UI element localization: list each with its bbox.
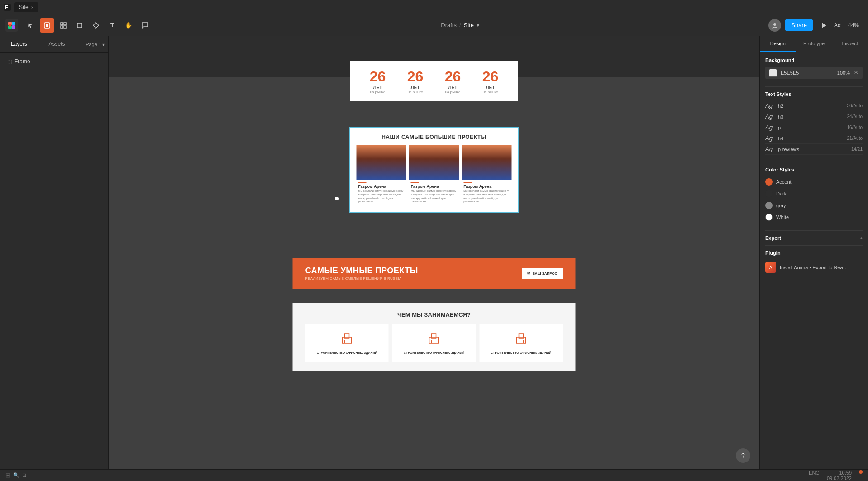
plugin-remove-icon[interactable]: — [856, 264, 863, 271]
svg-text:F: F [5, 5, 8, 10]
service-name-1: СТРОИТЕЛЬСТВО ОФИСНЫХ ЗДАНИЙ [313, 351, 382, 355]
tab-design[interactable]: Design [760, 36, 796, 52]
shape-tool-button[interactable] [72, 18, 87, 33]
style-ag-icon-h2: Ag [765, 102, 774, 109]
text-style-h4[interactable]: Ag h4 21/Auto [765, 133, 863, 144]
tab-assets[interactable]: Assets [38, 36, 76, 52]
taskbar-search[interactable]: 🔍 [13, 472, 19, 478]
plugin-name-anima: Install Anima • Export to Rea… [780, 265, 853, 270]
move-tool-button[interactable] [24, 18, 38, 33]
stat-number-4: 26 [482, 68, 499, 85]
background-section: Background E5E5E5 100% 👁 [765, 57, 863, 79]
select-tool-button[interactable] [40, 18, 54, 33]
app-logo: F [4, 4, 11, 11]
svg-rect-8 [46, 24, 48, 27]
dark-color-name: Dark [776, 191, 787, 196]
pen-tool-button[interactable] [89, 18, 103, 33]
service-name-3: СТРОИТЕЛЬСТВО ОФИСНЫХ ЗДАНИЙ [486, 351, 555, 355]
windows-icon[interactable]: ⊞ [5, 472, 10, 479]
services-title: ЧЕМ МЫ ЗАНИМАЕМСЯ? [305, 311, 563, 318]
page-label[interactable]: Page 1 [86, 42, 101, 47]
stat-sub-4: на рынке [482, 90, 499, 94]
add-tab-button[interactable]: + [42, 2, 54, 12]
style-ag-icon-p: Ag [765, 124, 774, 131]
project-image-2 [409, 145, 459, 180]
user-avatar[interactable] [768, 19, 781, 32]
color-style-accent[interactable]: Accent [765, 176, 863, 188]
right-panel: Design Prototype Inspect Background E5E5… [759, 36, 868, 469]
toolbar: T ✋ Drafts / Site ▾ Share Aα 44% [0, 14, 868, 36]
style-ag-icon-h4: Ag [765, 135, 774, 142]
title-tab[interactable]: Site × [14, 2, 38, 12]
breadcrumb: Drafts / Site ▾ [441, 22, 480, 29]
service-icon-1 [313, 332, 382, 348]
cta-title: САМЫЕ УМНЫЕ ПРОЕКТЫ [305, 266, 418, 276]
cta-subtitle: РЕАЛИЗУЕМ САМЫЕ СМЕЛЫЕ РЕШЕНИЯ В RUSSIA! [305, 276, 418, 281]
style-name-h3: h3 [778, 114, 844, 119]
layer-name: Frame [14, 58, 30, 65]
stat-item-4: 26 ЛЕТ на рынке [482, 68, 499, 94]
text-style-p-reviews[interactable]: Ag p-reviews 14/21 [765, 144, 863, 155]
left-panel: Layers Assets Page 1 ▾ ⬚ Frame [0, 36, 109, 469]
stat-label-1: ЛЕТ [370, 85, 386, 90]
visibility-icon[interactable]: 👁 [854, 70, 859, 76]
tab-prototype[interactable]: Prototype [796, 36, 832, 52]
text-tool-button[interactable]: T [105, 18, 119, 33]
export-add-icon[interactable]: + [860, 235, 863, 241]
project-name-2: Газром Арена [411, 184, 457, 189]
notification-badge[interactable] [859, 470, 863, 474]
stat-label-4: ЛЕТ [482, 85, 499, 90]
text-style-p[interactable]: Ag p 16/Auto [765, 122, 863, 133]
comment-tool-button[interactable] [138, 18, 152, 33]
play-button[interactable] [817, 19, 830, 32]
service-card-1: СТРОИТЕЛЬСТВО ОФИСНЫХ ЗДАНИЙ [305, 324, 389, 362]
taskbar-widgets[interactable]: ⊡ [22, 472, 26, 478]
frame-tool-button[interactable] [56, 18, 71, 33]
style-name-p-reviews: p-reviews [778, 147, 848, 152]
color-style-gray[interactable]: gray [765, 200, 863, 211]
hand-tool-button[interactable]: ✋ [121, 18, 136, 33]
background-color-row[interactable]: E5E5E5 100% 👁 [765, 67, 863, 79]
breadcrumb-drafts[interactable]: Drafts [441, 22, 457, 29]
service-card-2: СТРОИТЕЛЬСТВО ОФИСНЫХ ЗДАНИЙ [392, 324, 476, 362]
breadcrumb-current[interactable]: Site [464, 22, 474, 29]
tab-layers[interactable]: Layers [0, 36, 38, 52]
text-style-h2[interactable]: Ag h2 36/Auto [765, 100, 863, 111]
service-card-3: СТРОИТЕЛЬСТВО ОФИСНЫХ ЗДАНИЙ [479, 324, 563, 362]
page-dropdown-icon[interactable]: ▾ [102, 42, 105, 47]
tab-inspect[interactable]: Inspect [832, 36, 868, 52]
stat-sub-2: на рынке [407, 90, 424, 94]
tab-close-icon[interactable]: × [31, 5, 34, 10]
share-button[interactable]: Share [785, 19, 813, 31]
style-size-h3: 24/Auto [847, 114, 863, 119]
project-info-3: Газром Арена Мы сделали самую красивую а… [462, 180, 511, 205]
project-info-2: Газром Арена Мы сделали самую красивую а… [409, 180, 459, 205]
aa-icon[interactable]: Aα [834, 22, 841, 29]
plugin-item-anima[interactable]: A Install Anima • Export to Rea… — [765, 259, 863, 276]
project-info-1: Газром Арена Мы сделали самую красивую а… [357, 180, 406, 205]
cta-button[interactable]: ✉ ВАШ ЗАПРОС [522, 268, 563, 279]
cta-button-label: ВАШ ЗАПРОС [532, 271, 557, 276]
color-style-dark[interactable]: Dark [765, 188, 863, 200]
layer-frame[interactable]: ⬚ Frame [4, 57, 105, 67]
background-opacity: 100% [837, 70, 850, 76]
zoom-control[interactable]: 44% [844, 20, 863, 30]
breadcrumb-dropdown-icon[interactable]: ▾ [477, 22, 480, 29]
stat-label-2: ЛЕТ [407, 85, 424, 90]
clock: 10:59 09.02.2022 [827, 470, 852, 481]
help-button[interactable]: ? [736, 448, 750, 463]
color-style-white[interactable]: White [765, 211, 863, 223]
text-style-h3[interactable]: Ag h3 24/Auto [765, 111, 863, 122]
stat-number-3: 26 [445, 68, 461, 85]
background-color-swatch[interactable] [769, 69, 777, 77]
canvas[interactable]: 26 ЛЕТ на рынке 26 ЛЕТ на рынке 26 ЛЕТ н… [109, 36, 759, 469]
svg-point-6 [9, 24, 11, 27]
style-name-p: p [778, 125, 844, 130]
divider-1 [765, 86, 863, 87]
plugin-title: Plugin [765, 250, 863, 256]
stat-item-3: 26 ЛЕТ на рынке [445, 68, 461, 94]
projects-grid: Газром Арена Мы сделали самую красивую а… [357, 145, 512, 205]
figma-logo[interactable] [5, 19, 18, 32]
color-styles-section: Color Styles Accent Dark gray White [765, 167, 863, 223]
color-styles-title: Color Styles [765, 167, 863, 172]
